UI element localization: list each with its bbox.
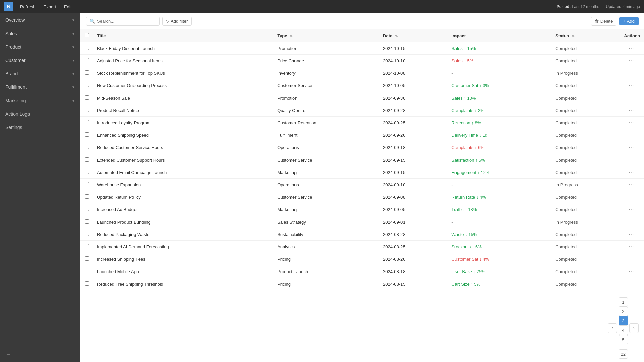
row-actions-cell: ··· [620, 278, 644, 290]
pagination-page-3[interactable]: 3 [619, 316, 628, 325]
row-title: Implemented AI Demand Forecasting [93, 241, 273, 253]
header-status[interactable]: Status ⇅ [551, 29, 620, 42]
table-row: Stock Replenishment for Top SKUs Invento… [80, 67, 644, 79]
row-checkbox-0[interactable] [85, 46, 89, 50]
add-button[interactable]: + Add [619, 17, 639, 25]
row-impact: - [447, 67, 551, 79]
row-checkbox-10[interactable] [85, 170, 89, 174]
edit-button[interactable]: Edit [63, 3, 73, 11]
row-checkbox-cell [80, 154, 93, 166]
row-checkbox-cell [80, 166, 93, 179]
row-actions-cell: ··· [620, 154, 644, 166]
pagination-page-5[interactable]: 5 [619, 335, 628, 344]
row-checkbox-cell [80, 55, 93, 67]
row-type: Inventory [273, 67, 379, 79]
row-checkbox-7[interactable] [85, 132, 89, 137]
header-type[interactable]: Type ⇅ [273, 29, 379, 42]
row-more-button[interactable]: ··· [629, 157, 635, 163]
row-checkbox-12[interactable] [85, 194, 89, 199]
row-actions-cell: ··· [620, 92, 644, 104]
row-checkbox-18[interactable] [85, 269, 89, 273]
row-more-button[interactable]: ··· [629, 45, 635, 51]
pagination-page-1[interactable]: 1 [619, 297, 628, 307]
row-type: Customer Service [273, 154, 379, 166]
row-checkbox-17[interactable] [85, 256, 89, 261]
sidebar-item-product[interactable]: Product▼ [0, 40, 80, 54]
row-actions-cell: ··· [620, 67, 644, 79]
topbar: N Refresh Export Edit Period: Last 12 mo… [0, 0, 644, 13]
row-more-button[interactable]: ··· [629, 132, 635, 138]
row-impact: Stockouts ↓ 6% [447, 241, 551, 253]
row-more-button[interactable]: ··· [629, 70, 635, 76]
sidebar-back-button[interactable]: ← [0, 347, 80, 362]
row-checkbox-4[interactable] [85, 95, 89, 100]
row-checkbox-3[interactable] [85, 83, 89, 87]
pagination-prev[interactable]: ‹ [608, 323, 617, 333]
row-date: 2024-10-05 [379, 79, 447, 92]
row-more-button[interactable]: ··· [629, 206, 635, 212]
row-checkbox-11[interactable] [85, 182, 89, 186]
row-checkbox-8[interactable] [85, 145, 89, 149]
row-checkbox-16[interactable] [85, 244, 89, 248]
table-row: Implemented AI Demand Forecasting Analyt… [80, 241, 644, 253]
row-status: Completed [551, 154, 620, 166]
pagination-next[interactable]: › [629, 323, 639, 333]
sidebar-item-marketing[interactable]: Marketing▼ [0, 94, 80, 107]
row-checkbox-5[interactable] [85, 108, 89, 112]
select-all-checkbox[interactable] [85, 33, 89, 37]
row-checkbox-19[interactable] [85, 281, 89, 286]
row-checkbox-cell [80, 265, 93, 278]
pagination-page-4[interactable]: 4 [619, 325, 628, 335]
row-more-button[interactable]: ··· [629, 169, 635, 175]
row-type: Quality Control [273, 104, 379, 117]
export-button[interactable]: Export [42, 3, 58, 11]
row-more-button[interactable]: ··· [629, 107, 635, 113]
table-row: Increased Ad Budget Marketing 2024-09-05… [80, 203, 644, 216]
row-more-button[interactable]: ··· [629, 256, 635, 262]
row-checkbox-1[interactable] [85, 58, 89, 62]
row-more-button[interactable]: ··· [629, 244, 635, 249]
sidebar-item-customer[interactable]: Customer▼ [0, 54, 80, 67]
sidebar-item-overview[interactable]: Overview▼ [0, 13, 80, 27]
table-row: New Customer Onboarding Process Customer… [80, 79, 644, 92]
header-date[interactable]: Date ⇅ [379, 29, 447, 42]
add-filter-button[interactable]: ▽ Add filter [162, 17, 192, 26]
row-more-button[interactable]: ··· [629, 82, 635, 88]
row-checkbox-14[interactable] [85, 219, 89, 224]
sidebar-item-brand[interactable]: Brand▼ [0, 67, 80, 80]
row-title: Reduced Customer Service Hours [93, 141, 273, 154]
row-more-button[interactable]: ··· [629, 219, 635, 225]
row-more-button[interactable]: ··· [629, 144, 635, 150]
row-more-button[interactable]: ··· [629, 231, 635, 237]
pagination-page-2[interactable]: 2 [619, 307, 628, 316]
sidebar-item-fulfillment[interactable]: Fulfillment▼ [0, 80, 80, 94]
row-impact: Delivery Time ↓ 1d [447, 129, 551, 141]
sidebar-label-fulfillment: Fulfillment [5, 84, 27, 90]
row-more-button[interactable]: ··· [629, 120, 635, 125]
search-input[interactable] [97, 19, 156, 24]
row-checkbox-6[interactable] [85, 120, 89, 124]
row-more-button[interactable]: ··· [629, 182, 635, 187]
row-more-button[interactable]: ··· [629, 95, 635, 101]
row-more-button[interactable]: ··· [629, 268, 635, 274]
table-row: Reduced Free Shipping Threshold Pricing … [80, 278, 644, 290]
sidebar-item-sales[interactable]: Sales▼ [0, 27, 80, 40]
row-title: Automated Email Campaign Launch [93, 166, 273, 179]
row-checkbox-9[interactable] [85, 157, 89, 162]
row-more-button[interactable]: ··· [629, 281, 635, 287]
row-checkbox-2[interactable] [85, 70, 89, 75]
row-status: Completed [551, 42, 620, 55]
row-more-button[interactable]: ··· [629, 194, 635, 200]
row-checkbox-cell [80, 42, 93, 55]
row-more-button[interactable]: ··· [629, 58, 635, 63]
row-checkbox-15[interactable] [85, 232, 89, 236]
table-row: Updated Return Policy Customer Service 2… [80, 191, 644, 203]
refresh-button[interactable]: Refresh [19, 3, 37, 11]
row-checkbox-13[interactable] [85, 207, 89, 211]
sidebar-item-action-logs[interactable]: Action Logs [0, 107, 80, 121]
row-status: Completed [551, 117, 620, 129]
pagination-page-22[interactable]: 22 [619, 349, 628, 359]
sidebar-item-settings[interactable]: Settings [0, 121, 80, 134]
search-box[interactable]: 🔍 [86, 17, 160, 26]
delete-button[interactable]: 🗑 Delete [591, 17, 617, 26]
